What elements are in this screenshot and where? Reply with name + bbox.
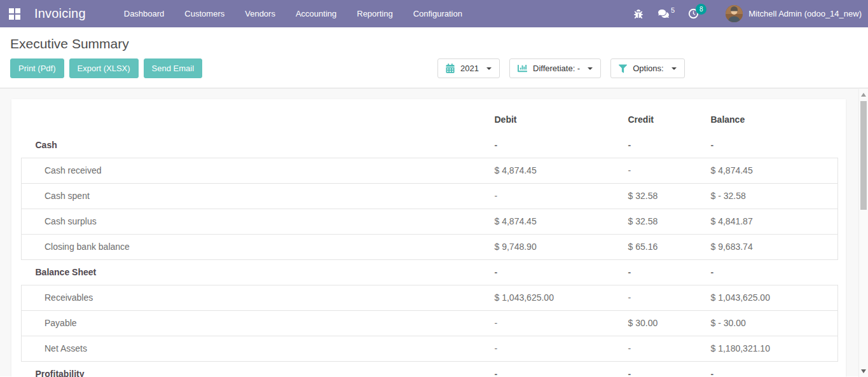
row-value: $ 4,874.45: [691, 158, 838, 183]
scrollbar-thumb[interactable]: [860, 101, 867, 210]
table-row[interactable]: Closing bank balance$ 9,748.90$ 65.16$ 9…: [22, 234, 838, 259]
row-value: $ - 30.00: [691, 310, 838, 336]
nav-item-customers[interactable]: Customers: [184, 9, 224, 18]
nav-menu: Dashboard Customers Vendors Accounting R…: [124, 9, 462, 18]
user-avatar: [726, 5, 743, 22]
row-value: -: [691, 259, 838, 285]
send-email-button[interactable]: Send Email: [144, 58, 202, 78]
table-row[interactable]: Net Assets--$ 1,180,321.10: [22, 336, 838, 361]
row-value: -: [608, 132, 691, 158]
table-row[interactable]: Cash---: [22, 132, 838, 158]
differentiate-label: Differetiate: -: [533, 64, 580, 73]
vertical-scrollbar[interactable]: [858, 89, 868, 377]
row-value: $ 4,841.87: [691, 209, 838, 234]
row-value: $ 9,748.90: [474, 234, 608, 259]
activities-clock-icon[interactable]: 8: [688, 8, 699, 19]
row-value: -: [474, 259, 608, 285]
options-dropdown[interactable]: Options:: [610, 58, 684, 78]
row-value: $ 30.00: [608, 310, 691, 336]
row-label[interactable]: Cash surplus: [22, 209, 474, 234]
filter-buttons: 2021 Differetiate: - Options:: [437, 58, 685, 78]
column-header-balance: Balance: [691, 107, 838, 132]
column-header-credit: Credit: [608, 107, 691, 132]
report-table-body: Cash---Cash received$ 4,874.45-$ 4,874.4…: [22, 132, 838, 377]
messages-icon[interactable]: 5: [658, 9, 673, 18]
row-value: -: [474, 183, 608, 209]
row-label[interactable]: Cash: [22, 132, 474, 158]
executive-summary-table: Debit Credit Balance Cash---Cash receive…: [21, 107, 838, 377]
row-value: $ 65.16: [608, 234, 691, 259]
row-label[interactable]: Receivables: [22, 285, 474, 310]
apps-menu-button[interactable]: [0, 0, 29, 27]
user-menu[interactable]: Mitchell Admin (odoo_14_new): [726, 5, 862, 22]
scroll-down-arrow-icon[interactable]: [861, 369, 866, 373]
year-filter-label: 2021: [460, 64, 479, 73]
row-label[interactable]: Payable: [22, 310, 474, 336]
table-row[interactable]: Balance Sheet---: [22, 259, 838, 285]
row-value: -: [691, 132, 838, 158]
chevron-down-icon: [588, 67, 593, 72]
table-row[interactable]: Receivables$ 1,043,625.00-$ 1,043,625.00: [22, 285, 838, 310]
chevron-down-icon: [672, 67, 677, 72]
nav-item-accounting[interactable]: Accounting: [296, 9, 336, 18]
row-value: $ 1,043,625.00: [474, 285, 608, 310]
action-buttons: Print (Pdf) Export (XLSX) Send Email: [10, 58, 202, 78]
row-label[interactable]: Cash spent: [22, 183, 474, 209]
row-value: $ 4,874.45: [474, 158, 608, 183]
row-value: -: [474, 361, 608, 377]
nav-item-reporting[interactable]: Reporting: [357, 9, 392, 18]
row-value: -: [474, 336, 608, 361]
table-row[interactable]: Payable-$ 30.00$ - 30.00: [22, 310, 838, 336]
nav-item-dashboard[interactable]: Dashboard: [124, 9, 165, 18]
debug-bug-icon[interactable]: [634, 10, 643, 18]
user-name: Mitchell Admin (odoo_14_new): [748, 9, 862, 18]
row-label[interactable]: Net Assets: [22, 336, 474, 361]
table-row[interactable]: Cash surplus$ 4,874.45$ 32.58$ 4,841.87: [22, 209, 838, 234]
year-filter-dropdown[interactable]: 2021: [437, 58, 500, 78]
filter-funnel-icon: [619, 64, 627, 73]
print-pdf-button[interactable]: Print (Pdf): [10, 58, 64, 78]
row-value: $ 32.58: [608, 209, 691, 234]
row-value: $ 4,874.45: [474, 209, 608, 234]
messages-count: 5: [671, 6, 675, 14]
row-label[interactable]: Profitability: [22, 361, 474, 377]
row-value: -: [474, 132, 608, 158]
row-value: $ - 32.58: [691, 183, 838, 209]
control-panel: Executive Summary Print (Pdf) Export (XL…: [0, 27, 868, 88]
bar-chart-icon: [518, 64, 527, 73]
apps-grid-icon: [9, 8, 20, 20]
row-value: $ 32.58: [608, 183, 691, 209]
table-row[interactable]: Cash spent-$ 32.58$ - 32.58: [22, 183, 838, 209]
table-header-row: Debit Credit Balance: [22, 107, 838, 132]
row-label[interactable]: Cash received: [22, 158, 474, 183]
nav-item-vendors[interactable]: Vendors: [245, 9, 275, 18]
export-xlsx-button[interactable]: Export (XLSX): [69, 58, 139, 78]
nav-item-configuration[interactable]: Configuration: [413, 9, 462, 18]
row-value: $ 9,683.74: [691, 234, 838, 259]
row-label[interactable]: Closing bank balance: [22, 234, 474, 259]
row-value: $ 1,180,321.10: [691, 336, 838, 361]
row-value: -: [691, 361, 838, 377]
report-content: Debit Credit Balance Cash---Cash receive…: [0, 88, 868, 376]
row-label[interactable]: Balance Sheet: [22, 259, 474, 285]
row-value: -: [608, 158, 691, 183]
row-value: -: [608, 259, 691, 285]
app-name: Invoicing: [34, 6, 86, 21]
scroll-up-arrow-icon[interactable]: [861, 93, 866, 97]
top-navbar: Invoicing Dashboard Customers Vendors Ac…: [0, 0, 868, 27]
page-title: Executive Summary: [10, 36, 868, 51]
table-row[interactable]: Cash received$ 4,874.45-$ 4,874.45: [22, 158, 838, 183]
systray: 5 8 Mitchell Admin (odoo_14_new): [634, 5, 862, 22]
differentiate-dropdown[interactable]: Differetiate: -: [509, 58, 601, 78]
row-value: -: [608, 361, 691, 377]
row-value: -: [608, 285, 691, 310]
column-header-empty: [22, 107, 474, 132]
chevron-down-icon: [486, 67, 492, 72]
activities-count-badge: 8: [696, 4, 706, 15]
column-header-debit: Debit: [474, 107, 608, 132]
row-value: -: [608, 336, 691, 361]
table-row[interactable]: Profitability---: [22, 361, 838, 377]
row-value: $ 1,043,625.00: [691, 285, 838, 310]
report-sheet: Debit Credit Balance Cash---Cash receive…: [11, 99, 846, 377]
row-value: -: [474, 310, 608, 336]
